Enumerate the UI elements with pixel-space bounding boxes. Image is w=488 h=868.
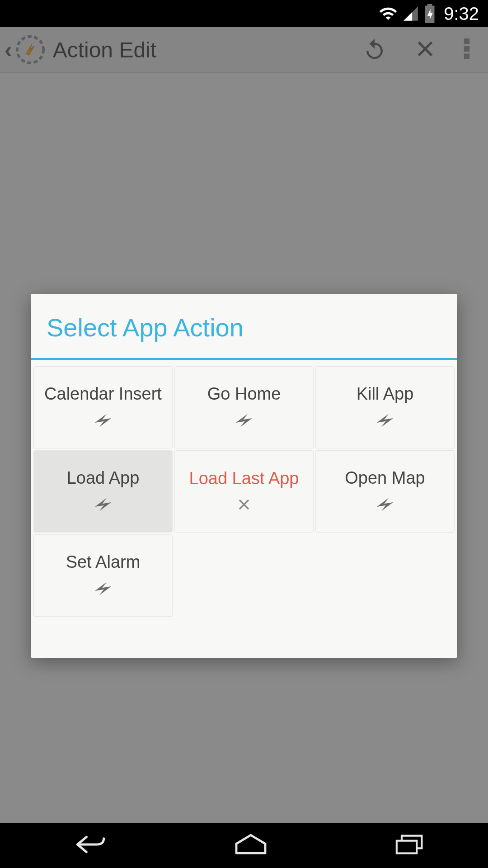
app-content: ‹ Action Edit Select App Action [0,27,488,823]
action-tile[interactable]: Go Home [174,366,314,448]
tile-label: Set Alarm [66,552,141,572]
home-icon[interactable] [233,833,269,858]
battery-charging-icon [424,4,436,23]
bolt-icon [92,580,114,599]
signal-icon [402,5,419,22]
tile-label: Load App [67,468,140,488]
status-bar: 9:32 [0,0,488,27]
tile-label: Go Home [207,384,281,404]
status-time: 9:32 [444,4,479,24]
back-icon[interactable] [62,833,108,858]
wifi-icon [379,4,398,23]
tile-label: Open Map [345,468,425,488]
action-tile[interactable]: Load Last App [174,450,314,533]
bolt-icon [374,412,396,430]
recents-icon[interactable] [394,833,426,858]
action-tile[interactable]: Open Map [315,450,455,533]
dialog-title: Select App Action [31,294,457,358]
action-tile[interactable]: Kill App [315,366,455,448]
cross-icon [236,497,252,514]
action-tile[interactable]: Set Alarm [33,534,173,617]
bolt-icon [374,496,396,514]
action-tile[interactable]: Load App [33,450,173,533]
bolt-icon [92,496,114,514]
action-tile[interactable]: Calendar Insert [33,366,173,448]
bolt-icon [92,412,114,430]
navigation-bar [0,823,488,868]
svg-rect-4 [396,841,416,854]
tile-label: Kill App [357,384,414,404]
action-grid: Calendar InsertGo HomeKill AppLoad AppLo… [31,360,457,619]
select-app-action-dialog: Select App Action Calendar InsertGo Home… [31,294,457,658]
tile-label: Load Last App [189,469,299,489]
tile-label: Calendar Insert [44,384,162,404]
bolt-icon [233,412,255,430]
